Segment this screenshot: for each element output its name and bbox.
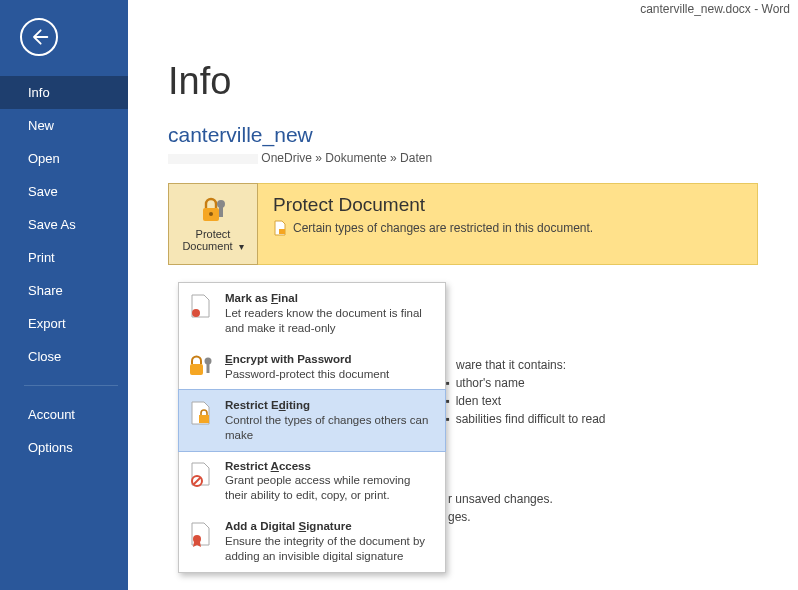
hidden-line: ware that it contains:: [456, 356, 566, 375]
nav-account[interactable]: Account: [0, 398, 128, 431]
hidden-bullet: lden text: [446, 392, 501, 411]
menu-restrict-access[interactable]: Restrict Access Grant people access whil…: [179, 451, 445, 512]
svg-point-1: [209, 212, 213, 216]
arrow-left-icon: [29, 27, 49, 47]
document-path: OneDrive » Dokumente » Daten: [168, 151, 758, 165]
protect-title: Protect Document: [273, 194, 741, 216]
menu-item-desc: Control the types of changes others can …: [225, 413, 435, 443]
document-final-icon: [189, 293, 213, 319]
svg-rect-6: [190, 364, 203, 375]
nav-close[interactable]: Close: [0, 340, 128, 373]
menu-item-desc: Ensure the integrity of the document by …: [225, 534, 435, 564]
nav-save[interactable]: Save: [0, 175, 128, 208]
page-title: Info: [168, 60, 758, 103]
nav-export[interactable]: Export: [0, 307, 128, 340]
svg-point-12: [193, 535, 201, 543]
document-lock-icon: [189, 400, 213, 426]
menu-item-title: Restrict Access: [225, 459, 435, 474]
menu-restrict-editing[interactable]: Restrict Editing Control the types of ch…: [178, 389, 446, 452]
hidden-line: r unsaved changes.: [448, 490, 553, 509]
path-redacted: [168, 154, 258, 164]
menu-item-title: Add a Digital Signature: [225, 519, 435, 534]
document-name: canterville_new: [168, 123, 758, 147]
svg-point-7: [205, 357, 212, 364]
nav-open[interactable]: Open: [0, 142, 128, 175]
document-lock-icon: [273, 220, 287, 236]
hidden-bullet: sabilities find difficult to read: [446, 410, 605, 429]
hidden-line: ges.: [448, 508, 471, 527]
nav-print[interactable]: Print: [0, 241, 128, 274]
svg-point-2: [217, 200, 225, 208]
backstage-sidebar: Info New Open Save Save As Print Share E…: [0, 0, 128, 590]
nav-save-as[interactable]: Save As: [0, 208, 128, 241]
svg-rect-4: [279, 229, 285, 234]
nav-info[interactable]: Info: [0, 76, 128, 109]
menu-item-desc: Let readers know the document is final a…: [225, 306, 435, 336]
protect-button-label: Protect Document▾: [171, 228, 255, 252]
protect-document-panel: Protect Document▾ Protect Document Certa…: [168, 183, 758, 265]
svg-rect-3: [219, 207, 223, 217]
svg-rect-9: [199, 415, 209, 423]
protect-document-button[interactable]: Protect Document▾: [168, 183, 258, 265]
menu-digital-signature[interactable]: Add a Digital Signature Ensure the integ…: [179, 511, 445, 572]
back-button[interactable]: [20, 18, 58, 56]
menu-item-desc: Password-protect this document: [225, 367, 435, 382]
window-title: canterville_new.docx - Word: [640, 2, 790, 16]
svg-rect-8: [207, 364, 210, 373]
nav-separator: [24, 385, 118, 386]
lock-key-icon: [188, 354, 214, 378]
document-block-icon: [189, 461, 213, 487]
lock-key-icon: [197, 194, 229, 226]
nav-options[interactable]: Options: [0, 431, 128, 464]
menu-encrypt-password[interactable]: Encrypt with Password Password-protect t…: [179, 344, 445, 390]
document-ribbon-icon: [189, 521, 213, 547]
menu-item-title: Restrict Editing: [225, 398, 435, 413]
menu-mark-as-final[interactable]: Mark as Final Let readers know the docum…: [179, 283, 445, 344]
protect-description: Certain types of changes are restricted …: [293, 221, 593, 235]
nav-new[interactable]: New: [0, 109, 128, 142]
nav-share[interactable]: Share: [0, 274, 128, 307]
menu-item-title: Mark as Final: [225, 291, 435, 306]
chevron-down-icon: ▾: [239, 241, 244, 252]
hidden-bullet: uthor's name: [446, 374, 525, 393]
menu-item-desc: Grant people access while removing their…: [225, 473, 435, 503]
protect-info: Protect Document Certain types of change…: [257, 184, 757, 264]
protect-document-menu: Mark as Final Let readers know the docum…: [178, 282, 446, 573]
menu-item-title: Encrypt with Password: [225, 352, 435, 367]
